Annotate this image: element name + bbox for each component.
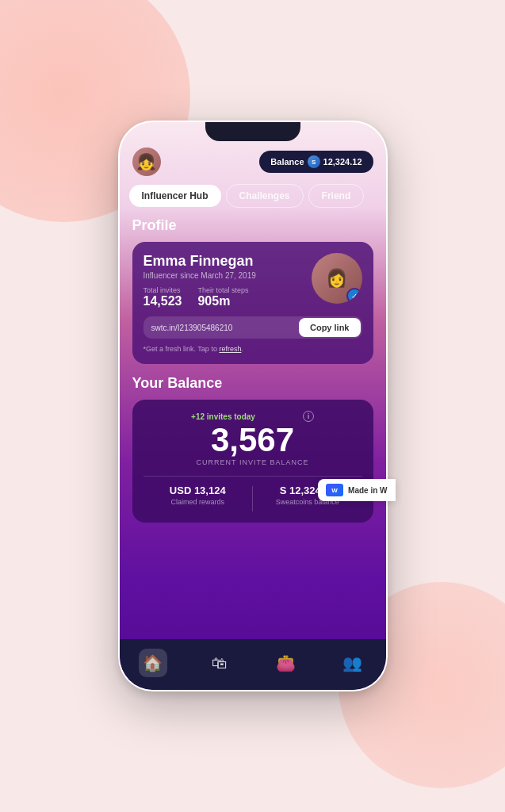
- friends-icon: 👥: [342, 653, 362, 672]
- tabs-row: Influencer Hub Challenges Friend: [120, 181, 386, 214]
- copy-link-button[interactable]: Copy link: [299, 318, 361, 337]
- balance-section-title: Your Balance: [132, 375, 373, 392]
- verified-badge: ✓: [346, 288, 362, 304]
- wallet-icon: 👛: [276, 653, 296, 672]
- tab-influencer-hub[interactable]: Influencer Hub: [129, 185, 221, 207]
- top-bar: 👧 Balance S 12,324.12: [120, 141, 386, 181]
- profile-card: Emma Finnegan Influencer since March 27,…: [132, 242, 373, 364]
- referral-link-text: swtc.in/I213905486210: [151, 324, 294, 332]
- profile-info: Emma Finnegan Influencer since March 27,…: [143, 253, 312, 316]
- tab-friends[interactable]: Friend: [308, 184, 365, 208]
- user-avatar-small[interactable]: 👧: [132, 147, 161, 176]
- webflow-text: Made in W: [348, 486, 387, 495]
- stat-steps-label: Their total steps: [197, 286, 248, 294]
- refresh-note: *Get a fresh link. Tap to refresh.: [143, 345, 362, 353]
- nav-home[interactable]: 🏠: [139, 649, 167, 677]
- bottom-nav: 🏠 🛍 👛 👥: [120, 639, 386, 690]
- home-icon: 🏠: [143, 653, 163, 672]
- profile-section-title: Profile: [132, 217, 373, 234]
- stat-invites-value: 14,523: [143, 294, 182, 308]
- nav-wallet[interactable]: 👛: [272, 649, 300, 677]
- sweat-coin-icon: S: [308, 155, 320, 168]
- nav-friends[interactable]: 👥: [339, 649, 367, 677]
- stat-steps-value: 905m: [197, 294, 230, 308]
- balance-amount: 12,324.12: [323, 157, 362, 167]
- content-area: Profile Emma Finnegan Influencer since M…: [120, 214, 386, 639]
- invites-today-row: +12 invites today i: [143, 411, 362, 422]
- balance-badge: Balance S 12,324.12: [259, 151, 373, 173]
- nav-shop[interactable]: 🛍: [205, 649, 234, 677]
- shop-icon: 🛍: [212, 654, 228, 672]
- referral-link-row: swtc.in/I213905486210 Copy link: [143, 316, 362, 339]
- invites-today-text: +12 invites today: [191, 412, 255, 421]
- profile-name: Emma Finnegan: [143, 253, 312, 270]
- phone-wrapper: 👧 Balance S 12,324.12 Influencer Hub Cha…: [118, 121, 388, 691]
- balance-label: Balance: [270, 157, 304, 167]
- webflow-logo: W: [326, 484, 343, 496]
- profile-since: Influencer since March 27, 2019: [143, 271, 312, 280]
- balance-usd-item: USD 13,124 Claimed rewards: [143, 485, 253, 506]
- profile-top-row: Emma Finnegan Influencer since March 27,…: [143, 253, 362, 316]
- phone-screen: 👧 Balance S 12,324.12 Influencer Hub Cha…: [120, 122, 386, 690]
- info-icon[interactable]: i: [303, 411, 314, 422]
- phone-frame: 👧 Balance S 12,324.12 Influencer Hub Cha…: [118, 121, 388, 691]
- profile-avatar: 👩 ✓: [312, 253, 362, 304]
- stat-total-invites: Total invites 14,523: [143, 286, 182, 308]
- stat-invites-label: Total invites: [143, 286, 182, 294]
- balance-card: +12 invites today i 3,567 CURRENT INVITE…: [132, 400, 373, 523]
- claimed-label: Claimed rewards: [143, 498, 253, 506]
- balance-divider: [143, 476, 362, 477]
- balance-current-label: CURRENT INVITE BALANCE: [143, 458, 362, 466]
- tab-challenges[interactable]: Challenges: [226, 184, 304, 208]
- profile-stats-row: Total invites 14,523 Their total steps 9…: [143, 286, 312, 308]
- stat-total-steps: Their total steps 905m: [197, 286, 248, 308]
- phone-notch: [205, 122, 300, 141]
- usd-value: USD 13,124: [143, 485, 253, 496]
- refresh-link[interactable]: refresh: [219, 345, 241, 353]
- balance-number: 3,567: [143, 423, 362, 457]
- webflow-badge: W Made in W: [318, 479, 395, 501]
